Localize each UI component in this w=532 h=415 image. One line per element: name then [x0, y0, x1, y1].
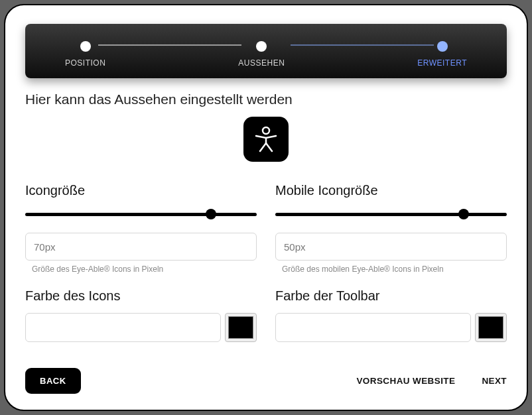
step-label: AUSSEHEN: [238, 58, 285, 68]
stepper-line-2: [291, 44, 434, 46]
toolbar-color-input[interactable]: [275, 313, 471, 342]
icon-color-swatch[interactable]: [225, 313, 257, 342]
accessibility-icon: [243, 117, 289, 162]
swatch-inner: [478, 316, 503, 339]
icon-color-input[interactable]: [25, 313, 221, 342]
toolbar-color-swatch[interactable]: [475, 313, 507, 342]
helper-text: Größe des Eye-Able® Icons in Pixeln: [25, 265, 257, 274]
icon-size-input[interactable]: [25, 233, 257, 261]
field-label: Farbe der Toolbar: [275, 288, 507, 304]
person-icon: [251, 125, 281, 154]
field-toolbar-color: Farbe der Toolbar: [275, 288, 507, 342]
step-aussehen[interactable]: AUSSEHEN: [238, 41, 285, 68]
mobile-icon-size-input[interactable]: [275, 233, 507, 261]
settings-modal: POSITION AUSSEHEN ERWEITERT Hier kann da…: [4, 4, 528, 411]
step-dot: [256, 41, 267, 52]
footer-right: VORSCHAU WEBSITE NEXT: [356, 376, 507, 386]
icon-preview: [25, 117, 507, 162]
helper-text: Größe des mobilen Eye-Able® Icons in Pix…: [275, 265, 507, 274]
next-button[interactable]: NEXT: [482, 376, 507, 386]
mobile-icon-size-slider[interactable]: [275, 208, 507, 221]
back-button[interactable]: BACK: [25, 368, 81, 394]
slider-track: [25, 213, 257, 216]
footer: BACK VORSCHAU WEBSITE NEXT: [25, 356, 507, 394]
field-label: Icongröße: [25, 183, 257, 198]
step-position[interactable]: POSITION: [65, 41, 105, 68]
slider-thumb[interactable]: [206, 209, 216, 219]
stepper-line-1: [98, 44, 241, 46]
step-label: ERWEITERT: [417, 58, 467, 68]
field-icon-color: Farbe des Icons: [25, 288, 257, 342]
stepper: POSITION AUSSEHEN ERWEITERT: [25, 24, 507, 78]
step-erweitert[interactable]: ERWEITERT: [417, 41, 467, 68]
slider-thumb[interactable]: [458, 209, 469, 219]
svg-point-0: [263, 127, 269, 134]
step-label: POSITION: [65, 58, 105, 68]
step-dot: [437, 41, 448, 52]
step-dot: [80, 41, 91, 52]
slider-track: [275, 213, 507, 216]
field-label: Farbe des Icons: [25, 288, 257, 304]
swatch-inner: [228, 316, 253, 339]
field-label: Mobile Icongröße: [275, 183, 507, 198]
field-mobile-icon-size: Mobile Icongröße Größe des mobilen Eye-A…: [275, 183, 507, 274]
form-grid: Icongröße Größe des Eye-Able® Icons in P…: [25, 183, 507, 342]
preview-website-button[interactable]: VORSCHAU WEBSITE: [356, 376, 455, 386]
icon-size-slider[interactable]: [25, 208, 257, 221]
field-icon-size: Icongröße Größe des Eye-Able® Icons in P…: [25, 183, 257, 274]
page-title: Hier kann das Aussehen eingestellt werde…: [25, 91, 507, 107]
